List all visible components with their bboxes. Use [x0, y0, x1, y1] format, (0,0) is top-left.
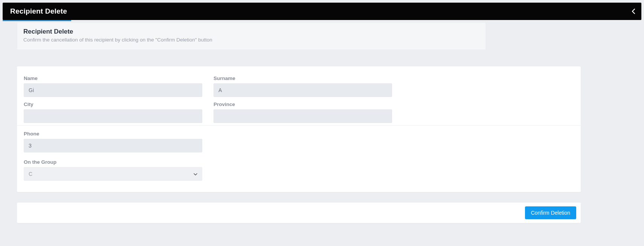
name-field[interactable]	[24, 83, 202, 97]
topbar-accent-underline	[3, 20, 71, 21]
confirm-deletion-button[interactable]: Confirm Deletion	[525, 206, 576, 219]
name-label: Name	[24, 75, 202, 81]
group-label: On the Group	[24, 159, 202, 165]
subheader-card: Recipient Delete Confirm the cancellatio…	[17, 22, 486, 50]
province-label: Province	[214, 101, 392, 107]
group-select[interactable]: C	[24, 167, 202, 181]
subheader-description: Confirm the cancellation of this recipie…	[23, 37, 479, 43]
form-separator	[17, 125, 581, 126]
phone-label: Phone	[24, 131, 202, 137]
recipient-form-card: Name Surname City Province Phone	[17, 66, 581, 192]
subheader-title: Recipient Delete	[23, 28, 479, 35]
city-field[interactable]	[24, 109, 202, 123]
action-bar: Confirm Deletion	[17, 203, 581, 223]
phone-field[interactable]	[24, 139, 202, 152]
surname-field[interactable]	[214, 83, 392, 97]
page-title: Recipient Delete	[3, 7, 67, 15]
app-topbar: Recipient Delete	[3, 3, 641, 20]
back-button[interactable]	[628, 3, 639, 20]
city-label: City	[24, 101, 202, 107]
province-field[interactable]	[214, 109, 392, 123]
chevron-left-icon	[632, 8, 635, 14]
surname-label: Surname	[214, 75, 392, 81]
